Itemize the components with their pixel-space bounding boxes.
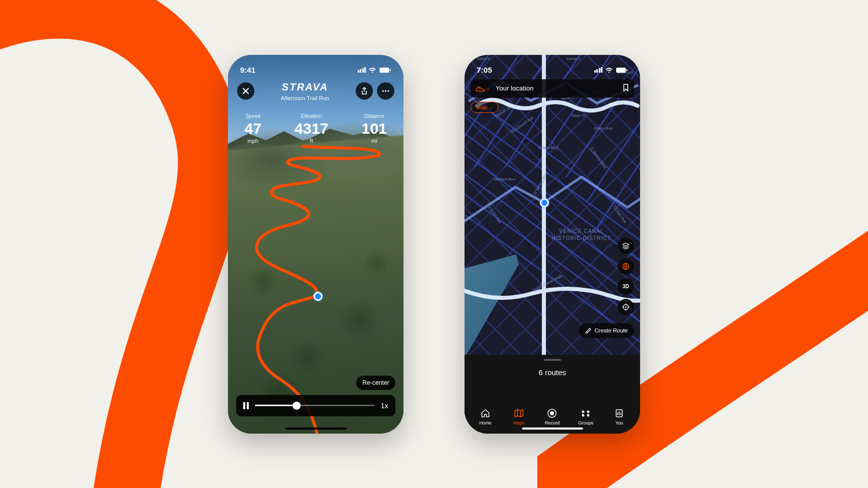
playback-track[interactable] <box>255 405 374 406</box>
svg-point-3 <box>382 90 384 92</box>
battery-icon <box>616 67 628 73</box>
bookmark-button[interactable] <box>623 84 629 93</box>
svg-point-0 <box>372 71 373 72</box>
tab-you[interactable]: You <box>604 408 634 425</box>
svg-point-13 <box>550 411 554 415</box>
status-bar: 9:41 <box>228 55 403 79</box>
home-icon <box>480 409 490 418</box>
close-icon <box>242 87 249 95</box>
street-rialto: Rialto Ave <box>594 126 613 131</box>
maps-icon <box>514 409 524 418</box>
battery-icon <box>379 67 391 73</box>
svg-point-4 <box>385 90 386 92</box>
phone-activity-flyover: 9:41 STRAVA Afternoon Trail Run <box>228 55 403 434</box>
more-icon <box>382 90 390 92</box>
phone-maps-heatmap: Altair Pl Rialto Ave Grand Blvd Mildred … <box>465 55 640 434</box>
locate-icon <box>622 303 630 311</box>
activity-type-selector[interactable]: ⌄ <box>476 85 490 92</box>
status-indicators <box>358 67 392 73</box>
current-position-dot <box>313 292 323 301</box>
globe-icon <box>622 262 630 270</box>
activity-header: STRAVA Afternoon Trail Run <box>228 81 403 101</box>
routes-sheet[interactable]: 6 routes Home Maps Record Groups <box>465 355 640 434</box>
svg-point-5 <box>387 90 389 92</box>
playback-thumb[interactable] <box>293 402 301 410</box>
status-indicators <box>594 67 628 73</box>
street-grand: Grand Blvd <box>538 145 559 150</box>
3d-button[interactable]: 3D <box>618 279 634 295</box>
bookmark-icon <box>623 84 629 92</box>
chevron-down-icon: ⌄ <box>489 105 493 110</box>
pencil-icon <box>585 327 592 334</box>
stat-elevation: Elevation 4317 ft <box>295 113 329 144</box>
svg-point-14 <box>582 410 585 413</box>
groups-icon <box>580 410 591 417</box>
tab-home[interactable]: Home <box>470 408 501 425</box>
shoe-icon <box>476 85 485 92</box>
share-button[interactable] <box>356 82 373 100</box>
cellular-icon <box>358 67 366 73</box>
sheet-handle[interactable] <box>544 359 561 361</box>
svg-point-17 <box>587 414 590 416</box>
stat-speed: Speed 47 mph <box>244 113 261 144</box>
stat-distance: Distance 101 mi <box>361 113 387 144</box>
map-controls: 3D <box>618 238 634 315</box>
tab-record[interactable]: Record <box>537 408 567 425</box>
district-label: VENICE CANAL HISTORIC DISTRICT <box>548 228 615 242</box>
you-icon <box>615 409 623 418</box>
search-bar[interactable]: ⌄ Your location <box>471 79 634 98</box>
layers-button[interactable] <box>618 238 634 254</box>
svg-point-6 <box>609 71 610 72</box>
more-button[interactable] <box>377 82 394 100</box>
status-bar: 7:05 <box>465 55 640 79</box>
tab-groups[interactable]: Groups <box>570 408 601 425</box>
pause-button[interactable] <box>243 402 249 409</box>
street-altair: Altair Pl <box>571 113 586 118</box>
wifi-icon <box>368 67 377 73</box>
playback-bar: 1x <box>236 395 395 416</box>
svg-rect-1 <box>380 68 389 73</box>
heatmap-backdrop[interactable]: Altair Pl Rialto Ave Grand Blvd Mildred … <box>465 55 640 355</box>
cellular-icon <box>594 67 603 73</box>
heat-routes <box>465 55 640 355</box>
svg-point-15 <box>587 410 590 413</box>
chevron-down-icon: ⌄ <box>486 85 490 91</box>
activity-subtitle: Afternoon Trail Run <box>254 95 356 101</box>
map-type-selector[interactable]: Map ⌄ <box>471 102 499 113</box>
recenter-button[interactable]: Re-center <box>356 376 395 390</box>
playback-progress <box>255 405 297 406</box>
close-button[interactable] <box>237 82 254 100</box>
svg-point-16 <box>582 414 585 416</box>
tab-bar: Home Maps Record Groups You <box>465 403 640 425</box>
header-title: STRAVA Afternoon Trail Run <box>254 81 356 101</box>
brand-logo: STRAVA <box>254 81 356 93</box>
home-indicator <box>285 428 346 430</box>
playback-speed[interactable]: 1x <box>381 402 388 410</box>
status-time: 7:05 <box>477 66 492 74</box>
create-route-button[interactable]: Create Route <box>579 323 634 338</box>
home-indicator <box>522 428 583 430</box>
location-dot <box>540 198 549 207</box>
svg-rect-7 <box>616 68 626 73</box>
stats-row: Speed 47 mph Elevation 4317 ft Distance … <box>228 113 403 144</box>
record-icon <box>547 408 557 418</box>
share-icon <box>361 87 368 95</box>
layers-icon <box>622 242 630 250</box>
locate-button[interactable] <box>618 299 634 315</box>
search-input[interactable]: Your location <box>496 84 618 92</box>
street-mildred: Mildred Ave <box>494 177 515 181</box>
tab-maps[interactable]: Maps <box>504 408 534 425</box>
wifi-icon <box>605 67 613 73</box>
status-time: 9:41 <box>240 66 255 74</box>
svg-rect-2 <box>390 69 391 71</box>
globe-button[interactable] <box>618 258 634 274</box>
routes-count: 6 routes <box>465 368 640 377</box>
svg-rect-8 <box>626 69 627 71</box>
svg-point-11 <box>625 306 627 308</box>
